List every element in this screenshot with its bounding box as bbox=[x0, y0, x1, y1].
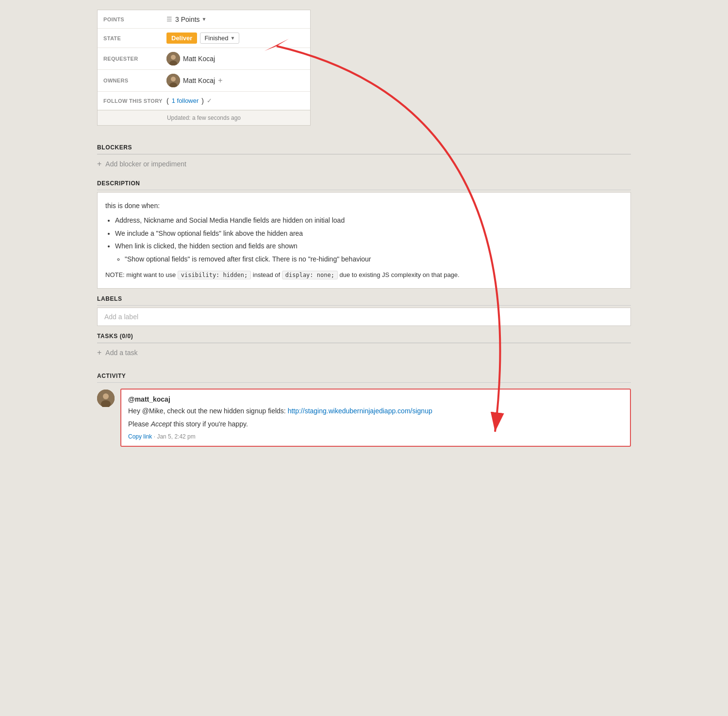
follow-label: FOLLOW THIS STORY bbox=[103, 98, 166, 104]
follow-row: FOLLOW THIS STORY (1 follower) ✓ bbox=[98, 92, 310, 110]
description-bullet-3: When link is clicked, the hidden section… bbox=[115, 241, 623, 264]
activity-text-line1: Hey @Mike, check out the new hidden sign… bbox=[128, 406, 623, 416]
follow-value: (1 follower) ✓ bbox=[166, 97, 304, 105]
code-visibility: visibility: hidden; bbox=[178, 271, 251, 279]
tasks-section: TASKS (0/0) + Add a task bbox=[97, 326, 631, 362]
description-note: NOTE: might want to use visibility: hidd… bbox=[105, 270, 623, 280]
state-text: Finished bbox=[204, 34, 228, 42]
owner-name: Matt Kocaj bbox=[183, 77, 215, 84]
state-arrow-icon: ▼ bbox=[231, 35, 235, 41]
add-blocker-row[interactable]: + Add blocker or impediment bbox=[97, 154, 631, 173]
activity-content: @matt_kocaj Hey @Mike, check out the new… bbox=[120, 389, 631, 447]
svg-point-4 bbox=[171, 77, 176, 81]
activity-accept: Accept bbox=[151, 420, 172, 428]
add-blocker-text: Add blocker or impediment bbox=[105, 160, 186, 168]
state-value: Deliver Finished ▼ bbox=[166, 33, 304, 44]
activity-section: ACTIVITY @matt_kocaj Hey @Mike, check ou… bbox=[97, 366, 631, 447]
code-display: display: none; bbox=[282, 271, 338, 279]
add-owner-button[interactable]: + bbox=[218, 76, 222, 85]
points-row: POINTS ☰ 3 Points ▼ bbox=[98, 10, 310, 29]
description-note-middle: instead of bbox=[253, 271, 280, 278]
updated-row: Updated: a few seconds ago bbox=[98, 110, 310, 125]
activity-author: @matt_kocaj bbox=[128, 395, 623, 403]
activity-meta: Copy link · Jan 5, 2:42 pm bbox=[128, 433, 623, 440]
description-note-prefix: NOTE: might want to use bbox=[105, 271, 176, 278]
add-blocker-icon: + bbox=[97, 160, 101, 168]
owners-row: OWNERS Matt Kocaj + bbox=[98, 70, 310, 92]
owner-avatar-img bbox=[166, 74, 180, 87]
activity-text-line2: Please Accept this story if you're happy… bbox=[128, 419, 623, 429]
owners-label: OWNERS bbox=[103, 78, 166, 83]
follow-check-icon[interactable]: ✓ bbox=[207, 97, 212, 104]
description-title: DESCRIPTION bbox=[97, 173, 631, 190]
requester-value: Matt Kocaj bbox=[166, 52, 304, 65]
follow-open-paren: ( bbox=[166, 97, 169, 105]
description-section: DESCRIPTION this is done when: Address, … bbox=[97, 173, 631, 289]
blockers-section: BLOCKERS + Add blocker or impediment bbox=[97, 137, 631, 173]
svg-point-7 bbox=[103, 393, 109, 399]
requester-row: REQUESTER Matt Kocaj bbox=[98, 48, 310, 70]
activity-divider bbox=[97, 382, 631, 383]
add-task-text: Add a task bbox=[105, 349, 137, 357]
state-dropdown[interactable]: Finished ▼ bbox=[200, 33, 239, 44]
activity-line1-prefix: Hey @Mike, check out the new hidden sign… bbox=[128, 407, 288, 415]
owners-value: Matt Kocaj + bbox=[166, 74, 304, 87]
deliver-button[interactable]: Deliver bbox=[166, 33, 197, 44]
activity-item: @matt_kocaj Hey @Mike, check out the new… bbox=[97, 389, 631, 447]
labels-input[interactable]: Add a label bbox=[97, 308, 631, 326]
description-bullet-1: Address, Nickname and Social Media Handl… bbox=[115, 215, 623, 226]
requester-name: Matt Kocaj bbox=[183, 55, 215, 63]
description-list: Address, Nickname and Social Media Handl… bbox=[115, 215, 623, 264]
svg-point-1 bbox=[171, 55, 176, 60]
requester-avatar bbox=[166, 52, 180, 65]
labels-placeholder: Add a label bbox=[104, 313, 138, 321]
description-box[interactable]: this is done when: Address, Nickname and… bbox=[97, 192, 631, 289]
activity-avatar bbox=[97, 390, 115, 407]
points-arrow-icon: ▼ bbox=[202, 16, 207, 22]
metadata-table: POINTS ☰ 3 Points ▼ STATE Deliver Finish… bbox=[97, 10, 311, 126]
add-task-row[interactable]: + Add a task bbox=[97, 343, 631, 362]
points-dropdown[interactable]: 3 Points ▼ bbox=[175, 16, 207, 23]
activity-timestamp: Jan 5, 2:42 pm bbox=[157, 433, 195, 440]
description-bullet-2: We include a "Show optional fields" link… bbox=[115, 228, 623, 239]
labels-title: LABELS bbox=[97, 289, 631, 305]
points-value: ☰ 3 Points ▼ bbox=[166, 16, 304, 23]
activity-line2-suffix: this story if you're happy. bbox=[172, 420, 248, 428]
labels-section: LABELS Add a label bbox=[97, 289, 631, 326]
follow-close-paren: ) bbox=[201, 97, 204, 105]
points-label: POINTS bbox=[103, 16, 166, 22]
copy-link[interactable]: Copy link bbox=[128, 433, 152, 440]
points-icon: ☰ bbox=[166, 16, 172, 23]
tasks-title: TASKS (0/0) bbox=[97, 326, 631, 342]
description-intro: this is done when: bbox=[105, 200, 623, 211]
activity-line2-prefix: Please bbox=[128, 420, 151, 428]
activity-title: ACTIVITY bbox=[97, 366, 631, 382]
blockers-title: BLOCKERS bbox=[97, 137, 631, 154]
updated-text: Updated: a few seconds ago bbox=[167, 114, 241, 121]
points-number: 3 Points bbox=[175, 16, 200, 23]
state-label: STATE bbox=[103, 35, 166, 41]
description-divider bbox=[97, 190, 631, 190]
description-sub-bullet: "Show optional fields" is removed after … bbox=[125, 254, 623, 264]
follow-link[interactable]: 1 follower bbox=[172, 97, 199, 104]
labels-divider bbox=[97, 305, 631, 306]
requester-label: REQUESTER bbox=[103, 56, 166, 62]
owner-avatar bbox=[166, 74, 180, 87]
add-task-icon: + bbox=[97, 348, 101, 357]
state-row: STATE Deliver Finished ▼ bbox=[98, 29, 310, 48]
description-note-suffix: due to existing JS complexity on that pa… bbox=[340, 271, 460, 278]
activity-link[interactable]: http://staging.wikeduberninjajediapp.com… bbox=[288, 407, 432, 415]
requester-avatar-img bbox=[166, 52, 180, 65]
